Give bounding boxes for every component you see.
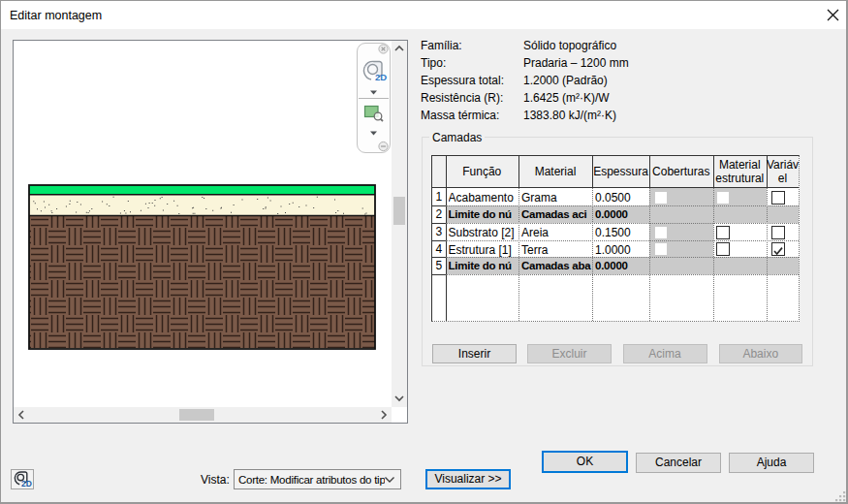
svg-text:2D: 2D — [375, 72, 387, 82]
svg-text:2D: 2D — [21, 479, 32, 488]
